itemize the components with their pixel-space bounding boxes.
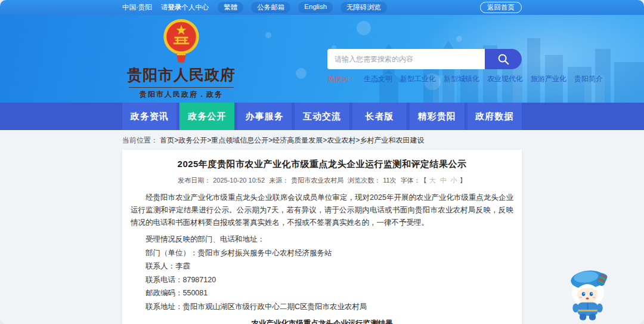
contact-line-3: 邮政编码：550081 — [131, 288, 513, 298]
hot-word-5[interactable]: 贵阳简介 — [574, 74, 603, 84]
contact-line-2: 联系电话：87987120 — [131, 275, 513, 285]
login-suffix: 个人中心 — [181, 4, 209, 11]
article-title: 2025年度贵阳市农业产业化市级重点龙头企业运行监测和评定结果公示 — [131, 159, 513, 170]
site-subtitle: 贵阳市人民政府．政务 — [124, 90, 239, 100]
topbar: 中国·贵阳 请登录个人中心 繁體公务邮箱English无障碍浏览 返回首页 — [0, 0, 644, 15]
nav-item-5[interactable]: 精彩贵阳 — [410, 103, 464, 130]
hot-search-row: 热搜词： 生态文明新型工业化新型城镇化农业现代化旅游产业化贵阳简介 — [327, 74, 522, 84]
nav-item-4[interactable]: 长者版 — [352, 103, 407, 130]
main-nav: 政务资讯政务公开办事服务互动交流长者版精彩贵阳政府数据 — [122, 103, 522, 130]
topbar-pill-0[interactable]: 繁體 — [218, 2, 243, 13]
return-home-button[interactable]: 返回首页 — [480, 2, 522, 13]
hot-search-label: 热搜词： — [327, 74, 356, 84]
search-area: 热搜词： 生态文明新型工业化新型城镇化农业现代化旅游产业化贵阳简介 — [327, 49, 522, 84]
hot-words: 生态文明新型工业化新型城镇化农业现代化旅游产业化贵阳简介 — [364, 74, 603, 84]
nav-item-3[interactable]: 互动交流 — [295, 103, 349, 130]
site-title: 贵阳市人民政府 — [124, 65, 239, 85]
breadcrumb: 当前位置： 首页>政务公开>重点领域信息公开>经济高质量发展>农业农村>乡村产业… — [122, 130, 522, 150]
contact-line-1: 联系人：李霞 — [131, 261, 513, 271]
main-nav-band: 政务资讯政务公开办事服务互动交流长者版精彩贵阳政府数据 — [0, 103, 644, 130]
nav-item-1[interactable]: 政务公开 — [179, 103, 234, 130]
contact-line-4: 联系地址：贵阳市观山湖区市级行政中心二期C区贵阳市农业农村局 — [131, 302, 513, 312]
contact-intro: 受理情况反映的部门、电话和地址： — [131, 234, 513, 245]
login-prefix: 请 — [161, 4, 168, 11]
hot-word-4[interactable]: 旅游产业化 — [531, 74, 566, 84]
topbar-region-link[interactable]: 中国·贵阳 — [122, 3, 152, 12]
mascot-widget[interactable] — [563, 263, 613, 322]
font-size-medium[interactable]: 中 — [440, 177, 447, 184]
search-input[interactable] — [327, 49, 485, 69]
article-card: 2025年度贵阳市农业产业化市级重点龙头企业运行监测和评定结果公示 发布日期：2… — [122, 150, 522, 324]
source-value: 贵阳市农业农村局 — [291, 177, 343, 184]
topbar-pill-3[interactable]: 无障碍浏览 — [340, 2, 387, 13]
hot-word-1[interactable]: 新型工业化 — [400, 74, 436, 84]
article-paragraph: 经贵阳市农业产业化市级重点龙头企业联席会议成员单位审定，现对2025年开展的农业… — [131, 192, 513, 229]
topbar-pill-1[interactable]: 公务邮箱 — [251, 2, 290, 13]
font-size-small[interactable]: 小 — [451, 177, 457, 184]
site-brand[interactable]: 贵阳市人民政府 贵阳市人民政府．政务 www.guiyang.gov.cn — [124, 18, 239, 103]
table-caption: 农业产业化市级重点龙头企业运行监测结果 — [131, 319, 513, 324]
login-bold[interactable]: 登录 — [168, 4, 181, 11]
header-banner: 贵阳市人民政府 贵阳市人民政府．政务 www.guiyang.gov.cn — [0, 15, 644, 103]
hot-word-2[interactable]: 新型城镇化 — [444, 74, 479, 84]
views-value: 11次 — [383, 177, 396, 184]
font-size-label: 字体：【 — [401, 177, 427, 184]
hot-word-3[interactable]: 农业现代化 — [487, 74, 523, 84]
contact-lines: 部门（单位）：贵阳市乡村振兴服务中心农村经济服务站联系人：李霞联系电话：8798… — [131, 248, 513, 312]
article-meta: 发布日期：2025-10-20 10:52 来源：贵阳市农业农村局 浏览次数：1… — [131, 176, 513, 185]
nav-item-6[interactable]: 政府数据 — [467, 103, 522, 130]
national-emblem-icon — [162, 18, 201, 64]
breadcrumb-path[interactable]: 首页>政务公开>重点领域信息公开>经济高质量发展>农业农村>乡村产业和农田建设 — [160, 136, 424, 144]
topbar-quick-links: 繁體公务邮箱English无障碍浏览 — [218, 2, 386, 13]
views-label: 浏览次数： — [348, 177, 380, 184]
topbar-pill-2[interactable]: English — [298, 2, 333, 13]
topbar-login-link[interactable]: 请登录个人中心 — [161, 3, 209, 12]
page: 中国·贵阳 请登录个人中心 繁體公务邮箱English无障碍浏览 返回首页 — [0, 0, 644, 324]
font-size-label-end: 】 — [460, 177, 466, 184]
hot-word-0[interactable]: 生态文明 — [364, 74, 392, 84]
search-icon — [497, 53, 510, 66]
nav-item-0[interactable]: 政务资讯 — [122, 103, 177, 130]
nav-item-2[interactable]: 办事服务 — [237, 103, 292, 130]
source-label: 来源： — [269, 177, 289, 184]
contact-line-0: 部门（单位）：贵阳市乡村振兴服务中心农村经济服务站 — [131, 248, 513, 258]
publish-date-value: 2025-10-20 10:52 — [213, 177, 265, 184]
breadcrumb-label: 当前位置： — [122, 136, 158, 144]
publish-date-label: 发布日期： — [178, 177, 210, 184]
font-size-large[interactable]: 大 — [429, 177, 436, 184]
search-button[interactable] — [485, 49, 522, 69]
brand-divider — [129, 87, 234, 88]
